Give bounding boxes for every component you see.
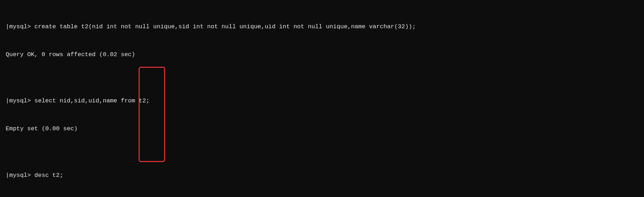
line-1: |mysql> create table t2(nid int not null…: [6, 22, 638, 31]
line-7: |mysql> desc t2;: [6, 171, 638, 180]
line-2: Query OK, 0 rows affected (0.02 sec): [6, 50, 638, 59]
line-5: Empty set (0.00 sec): [6, 124, 638, 133]
terminal-output: |mysql> create table t2(nid int not null…: [6, 4, 638, 197]
line-4: |mysql> select nid,sid,uid,name from t2;: [6, 96, 638, 106]
